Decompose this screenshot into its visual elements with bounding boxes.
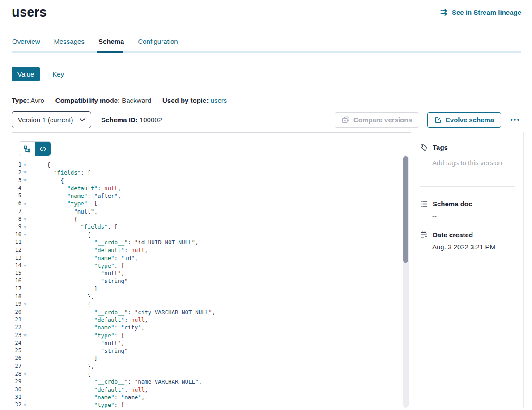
fold-toggle-icon[interactable]	[21, 161, 29, 169]
gutter: 6	[12, 200, 29, 207]
fold-toggle-icon[interactable]	[21, 332, 29, 339]
code-line: 31 "name": "name",	[12, 393, 411, 401]
code-text[interactable]: "__crdb__": "name VARCHAR NULL",	[29, 378, 202, 385]
tab-messages[interactable]: Messages	[54, 38, 85, 51]
code-text[interactable]: "type": [	[29, 200, 98, 207]
code-text[interactable]: "name": "id",	[29, 254, 138, 262]
fold-spacer	[21, 184, 29, 192]
code-text[interactable]: {	[29, 300, 91, 308]
fold-spacer	[21, 386, 29, 393]
code-text[interactable]: {	[29, 231, 91, 239]
code-line: 12 "default": null,	[12, 246, 411, 254]
code-text[interactable]: ]	[29, 354, 98, 362]
code-line: 3 {	[12, 177, 411, 184]
fold-spacer	[21, 347, 29, 354]
tab-schema[interactable]: Schema	[98, 38, 124, 51]
schema-id-label: Schema ID:	[101, 116, 138, 124]
code-text[interactable]: "type": [	[29, 401, 124, 408]
gutter: 27	[12, 363, 29, 370]
fold-toggle-icon[interactable]	[21, 169, 29, 176]
code-text[interactable]: ]	[29, 285, 98, 293]
code-line: 7 "null",	[12, 208, 411, 215]
tab-overview[interactable]: Overview	[12, 38, 40, 51]
line-number: 17	[12, 285, 21, 293]
gutter: 21	[12, 316, 29, 324]
date-created-value: Aug. 3 2022 3:21 PM	[432, 243, 517, 251]
code-line: 4 "default": null,	[12, 184, 411, 192]
code-text[interactable]: "type": [	[29, 262, 124, 269]
line-number: 24	[12, 339, 21, 347]
code-line: 32 "type": [	[12, 401, 411, 408]
code-view-toggle[interactable]	[35, 142, 51, 156]
code-text[interactable]: "null",	[29, 339, 124, 347]
code-text[interactable]: "__crdb__": "id UUID NOT NULL",	[29, 239, 199, 246]
evolve-schema-button[interactable]: Evolve schema	[427, 112, 501, 128]
fold-toggle-icon[interactable]	[21, 370, 29, 378]
tree-view-icon	[24, 145, 31, 153]
value-toggle-button[interactable]: Value	[12, 67, 40, 81]
fold-toggle-icon[interactable]	[21, 215, 29, 223]
code-text[interactable]: "null",	[29, 208, 98, 215]
calendar-plus-icon	[420, 231, 428, 239]
code-text[interactable]: "default": null,	[29, 246, 148, 254]
code-text[interactable]: "name": "city",	[29, 324, 145, 331]
compare-versions-button[interactable]: Compare versions	[335, 112, 419, 128]
tree-view-toggle[interactable]	[19, 142, 35, 156]
version-select[interactable]: Version 1 (current)	[12, 111, 91, 128]
gutter: 32	[12, 401, 29, 408]
fold-toggle-icon[interactable]	[21, 231, 29, 239]
code-text[interactable]: },	[29, 363, 94, 370]
sidebar-divider	[420, 186, 515, 187]
type-value: Avro	[30, 97, 44, 104]
code-text[interactable]: "default": null,	[29, 316, 148, 324]
schema-meta: Type: Avro Compatibility mode: Backward …	[12, 97, 521, 104]
code-text[interactable]: {	[29, 370, 91, 378]
code-text[interactable]: "fields": [	[29, 223, 118, 231]
fold-toggle-icon[interactable]	[21, 177, 29, 184]
line-number: 31	[12, 393, 21, 401]
line-number: 20	[12, 308, 21, 316]
tab-configuration[interactable]: Configuration	[138, 38, 178, 51]
code-text[interactable]: "fields": [	[29, 169, 91, 176]
fold-toggle-icon[interactable]	[21, 300, 29, 308]
fold-toggle-icon[interactable]	[21, 223, 29, 231]
fold-toggle-icon[interactable]	[21, 200, 29, 207]
code-text[interactable]: "null",	[29, 269, 124, 277]
code-text[interactable]: {	[29, 177, 64, 184]
tags-input[interactable]	[432, 159, 517, 170]
gutter: 20	[12, 308, 29, 316]
code-text[interactable]: "string"	[29, 347, 128, 354]
code-line: 6 "type": [	[12, 200, 411, 207]
more-options-button[interactable]: •••	[509, 115, 521, 125]
code-text[interactable]: "__crdb__": "city VARCHAR NOT NULL",	[29, 308, 215, 316]
schema-id: Schema ID: 100002	[101, 116, 162, 124]
gutter: 22	[12, 324, 29, 331]
line-number: 27	[12, 363, 21, 370]
code-text[interactable]: },	[29, 293, 94, 300]
code-text[interactable]: "name": "after",	[29, 192, 121, 200]
compatibility-label: Compatibility mode:	[55, 97, 120, 104]
key-toggle-button[interactable]: Key	[52, 70, 64, 78]
stream-lineage-link[interactable]: See in Stream lineage	[440, 9, 521, 16]
fold-spacer	[21, 308, 29, 316]
code-text[interactable]: "type": [	[29, 332, 124, 339]
fold-toggle-icon[interactable]	[21, 262, 29, 269]
code-text[interactable]: {	[29, 215, 77, 223]
code-text[interactable]: {	[29, 161, 51, 169]
code-text[interactable]: "name": "name",	[29, 393, 145, 401]
topic-link[interactable]: users	[211, 97, 227, 104]
version-select-value: Version 1 (current)	[18, 116, 73, 124]
code-text[interactable]: "string"	[29, 277, 128, 285]
code-icon	[39, 146, 47, 152]
topic-label: Used by topic:	[162, 97, 209, 104]
gutter: 15	[12, 269, 29, 277]
editor-scrollbar[interactable]	[403, 155, 409, 408]
fold-toggle-icon[interactable]	[21, 401, 29, 408]
code-line: 2 "fields": [	[12, 169, 411, 176]
version-toolbar: Version 1 (current) Schema ID: 100002 Co…	[12, 111, 521, 128]
editor-scrollbar-thumb[interactable]	[403, 156, 408, 263]
code-text[interactable]: "default": null,	[29, 386, 148, 393]
line-number: 2	[12, 169, 21, 176]
code-text[interactable]: "default": null,	[29, 184, 121, 192]
code-line: 23 "type": [	[12, 332, 411, 339]
